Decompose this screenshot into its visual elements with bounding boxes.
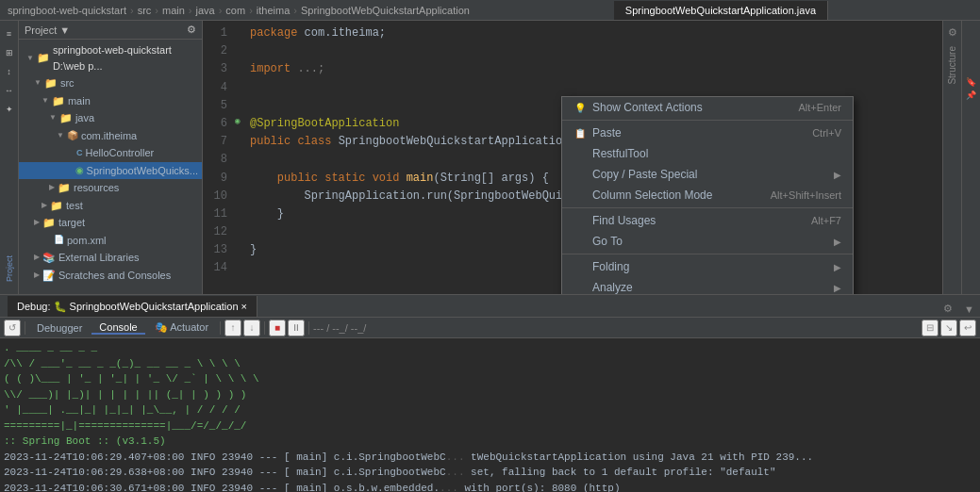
code-line-3: 3 import ...; bbox=[203, 60, 942, 78]
tool-icon-1[interactable]: ≡ bbox=[2, 26, 17, 41]
ctx-label-paste: Paste bbox=[592, 126, 622, 139]
hide-btn[interactable]: ▼ bbox=[958, 302, 980, 317]
scratch-arrow: ▶ bbox=[34, 270, 40, 281]
title-src: src bbox=[138, 5, 152, 16]
copy-paste-icon bbox=[573, 168, 587, 181]
scroll-btn[interactable]: ↘ bbox=[940, 320, 957, 336]
bookmark-icon-1[interactable]: 🔖 bbox=[966, 77, 976, 87]
analyze-icon bbox=[573, 281, 587, 294]
ctx-shortcut-column: Alt+Shift+Insert bbox=[771, 189, 841, 201]
tree-external-libs[interactable]: ▶ 📚 External Libraries bbox=[19, 249, 202, 267]
tree-test[interactable]: ▶ 📁 test bbox=[19, 197, 202, 215]
ctx-analyze[interactable]: Analyze ▶ bbox=[562, 277, 853, 294]
console-line-spring-1: . ____ _ __ _ _ bbox=[4, 340, 976, 356]
ext-label: External Libraries bbox=[58, 250, 140, 266]
target-arrow: ▶ bbox=[34, 217, 40, 228]
console-tab[interactable]: Console bbox=[91, 321, 144, 335]
test-folder-icon: 📁 bbox=[50, 198, 63, 214]
resources-folder-icon: 📁 bbox=[58, 180, 71, 196]
debug-tab[interactable]: Debug: 🐛 SpringbootWebQuickstartApplicat… bbox=[8, 296, 257, 317]
project-tree: ▼ 📁 springboot-web-quickstart D:\web p..… bbox=[19, 40, 202, 294]
xml-icon: 📄 bbox=[54, 234, 64, 247]
ctx-label-analyze: Analyze bbox=[592, 281, 633, 294]
console-output[interactable]: . ____ _ __ _ _ /\\ / ___'_ __ _ _(_)_ _… bbox=[0, 338, 980, 492]
src-arrow: ▼ bbox=[34, 77, 42, 89]
file-tab[interactable]: SpringbootWebQuickstartApplication.java bbox=[614, 1, 828, 20]
settings-icon[interactable]: ⚙ bbox=[187, 24, 196, 36]
bookmarks-sidebar: 🔖 📌 bbox=[961, 21, 980, 294]
restart-btn[interactable]: ↺ bbox=[4, 320, 21, 336]
title-class: SpringbootWebQuickstartApplication bbox=[301, 5, 470, 16]
down-btn[interactable]: ↓ bbox=[243, 320, 260, 336]
sep-2 bbox=[220, 321, 221, 335]
time-label: --- / --_/ --_/ bbox=[313, 322, 366, 334]
tool-icon-5[interactable]: ✦ bbox=[2, 102, 17, 117]
tree-resources[interactable]: ▶ 📁 resources bbox=[19, 179, 202, 197]
project-sidebar-label[interactable]: Project bbox=[1, 245, 18, 292]
ctx-label-show-context: Show Context Actions bbox=[592, 101, 703, 114]
ctx-sep-2 bbox=[562, 207, 853, 208]
main-folder-icon: 📁 bbox=[52, 93, 65, 109]
tree-src[interactable]: ▼ 📁 src bbox=[19, 74, 202, 92]
ctx-show-context-actions[interactable]: 💡 Show Context Actions Alt+Enter bbox=[562, 97, 853, 118]
tree-java[interactable]: ▼ 📁 java bbox=[19, 109, 202, 127]
ctx-find-usages[interactable]: Find Usages Alt+F7 bbox=[562, 210, 853, 231]
left-tools-sidebar: ≡ ⊞ ↕ ↔ ✦ Project bbox=[0, 21, 19, 294]
wrap-btn[interactable]: ↩ bbox=[959, 320, 976, 336]
column-icon bbox=[573, 189, 587, 202]
debugger-tab[interactable]: Debugger bbox=[29, 322, 90, 334]
scratch-icon: 📝 bbox=[42, 268, 56, 284]
tool-icon-2[interactable]: ⊞ bbox=[2, 45, 17, 60]
title-project: springboot-web-quickstart bbox=[8, 5, 126, 16]
tree-main-app[interactable]: ◉ SpringbootWebQuicks... bbox=[19, 162, 202, 180]
goto-icon bbox=[573, 235, 587, 248]
ctx-restful-tool[interactable]: RestfulTool bbox=[562, 143, 853, 164]
tool-icon-3[interactable]: ↕ bbox=[2, 64, 17, 79]
ctx-goto[interactable]: Go To ▶ bbox=[562, 231, 853, 252]
tool-icon-4[interactable]: ↔ bbox=[2, 83, 17, 98]
console-line-spring-6: =========|_|==============|___/=/_/_/_/ bbox=[4, 418, 976, 435]
pause-btn[interactable]: ⏸ bbox=[288, 320, 305, 336]
stop-btn[interactable]: ■ bbox=[269, 320, 286, 336]
java-arrow: ▼ bbox=[49, 112, 57, 123]
tree-scratches[interactable]: ▶ 📝 Scratches and Consoles bbox=[19, 267, 202, 285]
tree-pom[interactable]: 📄 pom.xml bbox=[19, 232, 202, 250]
tree-hello-controller[interactable]: C HelloController bbox=[19, 144, 202, 162]
console-log-1: 2023-11-24T10:06:29.407+08:00 INFO 23940… bbox=[4, 450, 976, 466]
actuator-tab[interactable]: 🎭 Actuator bbox=[147, 321, 216, 334]
tree-target[interactable]: ▶ 📁 target bbox=[19, 214, 202, 232]
tree-package[interactable]: ▼ 📦 com.itheima bbox=[19, 127, 202, 145]
settings-btn[interactable]: ⚙ bbox=[938, 301, 958, 317]
console-line-spring-5: ' |____| .__|_| |_|_| |_\__, | / / / / bbox=[4, 402, 976, 418]
main-app-label: SpringbootWebQuicks... bbox=[87, 163, 198, 179]
ctx-column-selection[interactable]: Column Selection Mode Alt+Shift+Insert bbox=[562, 185, 853, 205]
console-line-spring-7: :: Spring Boot :: (v3.1.5) bbox=[4, 434, 976, 450]
title-bar: springboot-web-quickstart › src › main ›… bbox=[0, 0, 980, 21]
resources-arrow: ▶ bbox=[49, 182, 55, 193]
tree-main[interactable]: ▼ 📁 main bbox=[19, 92, 202, 110]
ctx-folding[interactable]: Folding ▶ bbox=[562, 256, 853, 277]
ctx-label-find-usages: Find Usages bbox=[592, 214, 656, 227]
ctx-label-copy-paste: Copy / Paste Special bbox=[592, 168, 697, 181]
tree-root[interactable]: ▼ 📁 springboot-web-quickstart D:\web p..… bbox=[19, 41, 202, 74]
copy-paste-arrow: ▶ bbox=[834, 170, 841, 180]
paste-icon: 📋 bbox=[573, 126, 587, 139]
bookmark-icon-2[interactable]: 📌 bbox=[966, 90, 976, 100]
goto-arrow: ▶ bbox=[834, 237, 841, 247]
expand-arrow: ▼ bbox=[26, 53, 34, 64]
ctx-paste[interactable]: 📋 Paste Ctrl+V bbox=[562, 123, 853, 143]
filter-btn[interactable]: ⊟ bbox=[922, 320, 938, 336]
main-arrow: ▼ bbox=[42, 95, 49, 107]
package-label: com.itheima bbox=[81, 128, 137, 144]
settings-gear-icon[interactable]: ⚙ bbox=[948, 26, 957, 39]
find-icon bbox=[573, 214, 587, 227]
ctx-copy-paste-special[interactable]: Copy / Paste Special ▶ bbox=[562, 164, 853, 185]
up-btn[interactable]: ↑ bbox=[224, 320, 241, 336]
ctx-label-column: Column Selection Mode bbox=[592, 189, 712, 202]
main-area: ≡ ⊞ ↕ ↔ ✦ Project Project ▼ ⚙ ▼ 📁 spring… bbox=[0, 21, 980, 294]
project-label: Project ▼ bbox=[25, 25, 70, 36]
root-label: springboot-web-quickstart D:\web p... bbox=[53, 42, 198, 74]
console-log-3: 2023-11-24T10:06:30.671+08:00 INFO 23940… bbox=[4, 481, 976, 493]
folding-icon bbox=[573, 260, 587, 273]
test-arrow: ▶ bbox=[42, 200, 47, 211]
